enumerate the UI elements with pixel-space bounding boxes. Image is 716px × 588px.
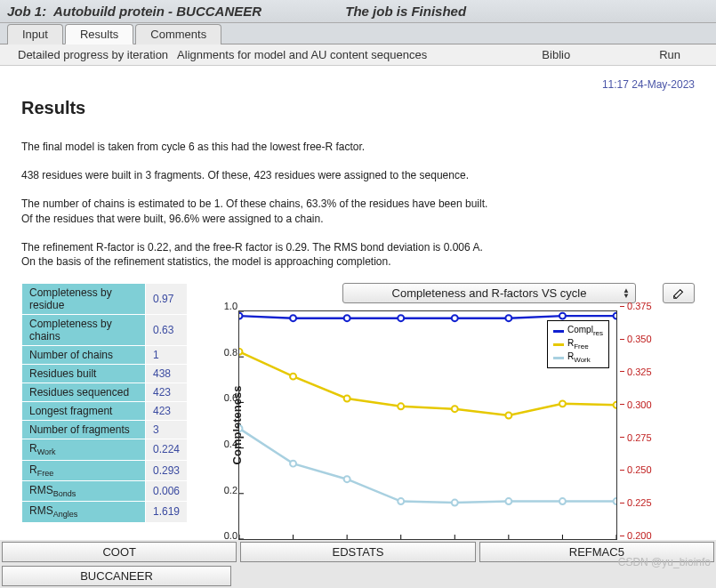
coot-button[interactable]: COOT xyxy=(2,542,237,562)
stat-label: Number of fragments xyxy=(22,421,146,439)
stat-label: RWork xyxy=(22,439,146,460)
title-bar: Job 1: Autobuild protein - BUCCANEER The… xyxy=(0,0,716,23)
table-row: Longest fragment423 xyxy=(22,402,188,421)
tab-input[interactable]: Input xyxy=(7,24,63,44)
svg-point-18 xyxy=(452,315,458,321)
svg-point-14 xyxy=(239,313,242,319)
tab-bar: Input Results Comments xyxy=(0,23,716,44)
svg-point-33 xyxy=(398,498,404,504)
bottom-button-bar: COOT EDSTATS REFMAC5 BUCCANEER xyxy=(0,540,716,588)
stat-label: Completeness by chains xyxy=(22,315,146,346)
stat-value: 0.63 xyxy=(146,315,188,346)
svg-point-34 xyxy=(452,500,458,506)
dropdown-arrows-icon: ▲▼ xyxy=(623,288,630,299)
svg-point-23 xyxy=(290,374,296,380)
buccaneer-button[interactable]: BUCCANEER xyxy=(2,566,231,586)
svg-point-21 xyxy=(614,313,616,319)
y-axis-ticks: 0.00.20.40.60.81.0 xyxy=(214,306,237,536)
content-panel: 11:17 24-May-2023 Results The final mode… xyxy=(0,66,716,557)
table-row: Residues sequenced423 xyxy=(22,383,188,402)
stat-label: Longest fragment xyxy=(22,402,146,421)
svg-point-19 xyxy=(505,315,511,321)
chart-area: Completeness and R-factors VS cycle ▲▼ C… xyxy=(198,283,695,540)
stat-label: RMSBonds xyxy=(22,480,146,501)
stat-value: 438 xyxy=(146,365,188,383)
tab-results[interactable]: Results xyxy=(65,24,133,44)
svg-point-30 xyxy=(239,425,242,431)
svg-point-17 xyxy=(398,315,404,321)
timestamp: 11:17 24-May-2023 xyxy=(21,78,695,91)
job-name: Autobuild protein - BUCCANEER xyxy=(53,4,261,19)
edit-chart-button[interactable] xyxy=(663,283,695,303)
svg-point-27 xyxy=(505,413,511,419)
stats-table: Completeness by residue0.97Completeness … xyxy=(21,283,188,523)
stat-value: 0.97 xyxy=(146,284,188,315)
edstats-button[interactable]: EDSTATS xyxy=(240,542,475,562)
stat-value: 0.293 xyxy=(146,460,188,480)
svg-point-31 xyxy=(290,461,296,467)
chart-selector-label: Completeness and R-factors VS cycle xyxy=(392,286,587,300)
chart-plot: Completeness Cycle 0.00.20.40.60.81.0 0.… xyxy=(238,310,617,540)
table-row: RMSAngles1.619 xyxy=(22,502,188,522)
tab-comments[interactable]: Comments xyxy=(135,24,221,44)
stat-label: Residues sequenced xyxy=(22,383,146,402)
paragraph: The refinement R-factor is 0.22, and the… xyxy=(21,240,695,269)
chart-selector-dropdown[interactable]: Completeness and R-factors VS cycle ▲▼ xyxy=(342,283,636,303)
stat-label: RMSAngles xyxy=(22,502,146,522)
submenu-alignments[interactable]: Alignments for model and AU content sequ… xyxy=(177,48,427,61)
svg-point-35 xyxy=(505,498,511,504)
submenu-bar: Detailed progress by iteration Alignment… xyxy=(0,44,716,66)
submenu-run[interactable]: Run xyxy=(659,48,680,61)
job-status: The job is Finished xyxy=(345,4,466,19)
svg-point-24 xyxy=(344,396,350,402)
table-row: Completeness by residue0.97 xyxy=(22,284,188,315)
table-row: RFree0.293 xyxy=(22,460,188,480)
legend-item: RWork xyxy=(553,351,603,364)
legend-item: RFree xyxy=(553,338,603,350)
stat-value: 1 xyxy=(146,346,188,365)
stat-value: 423 xyxy=(146,402,188,421)
stat-label: RFree xyxy=(22,460,146,480)
svg-point-28 xyxy=(559,401,566,407)
stat-label: Residues built xyxy=(22,365,146,383)
svg-point-32 xyxy=(344,476,350,482)
page-title: Results xyxy=(21,98,695,118)
stat-value: 0.224 xyxy=(146,439,188,460)
stat-value: 423 xyxy=(146,383,188,402)
svg-point-26 xyxy=(452,406,458,412)
paragraph: 438 residues were built in 3 fragments. … xyxy=(21,168,695,182)
watermark: CSDN @yu_bioinfo xyxy=(618,556,711,568)
table-row: Number of fragments3 xyxy=(22,421,188,439)
table-row: Residues built438 xyxy=(22,365,188,383)
table-row: RWork0.224 xyxy=(22,439,188,460)
submenu-detailed-progress[interactable]: Detailed progress by iteration xyxy=(18,48,168,61)
pencil-icon xyxy=(672,287,685,300)
stat-label: Completeness by residue xyxy=(22,284,146,315)
y2-axis-ticks: 0.2000.2250.2500.2750.3000.3250.3500.375 xyxy=(620,306,654,536)
table-row: Number of chains1 xyxy=(22,346,188,365)
svg-point-25 xyxy=(398,403,404,409)
stat-value: 0.006 xyxy=(146,480,188,501)
svg-point-36 xyxy=(559,498,566,504)
svg-point-20 xyxy=(559,313,566,319)
stat-value: 1.619 xyxy=(146,502,188,522)
svg-point-29 xyxy=(614,402,616,408)
submenu-biblio[interactable]: Biblio xyxy=(542,48,570,61)
chart-legend: ComplresRFreeRWork xyxy=(547,320,609,368)
paragraph: The number of chains is estimated to be … xyxy=(21,197,695,225)
svg-point-15 xyxy=(290,315,296,321)
legend-item: Complres xyxy=(553,325,603,337)
svg-point-22 xyxy=(239,349,242,355)
job-prefix: Job 1: xyxy=(7,4,46,19)
paragraph: The final model is taken from cycle 6 as… xyxy=(21,140,695,154)
svg-point-37 xyxy=(614,498,616,504)
stat-value: 3 xyxy=(146,421,188,439)
table-row: RMSBonds0.006 xyxy=(22,480,188,501)
svg-point-16 xyxy=(344,315,350,321)
table-row: Completeness by chains0.63 xyxy=(22,315,188,346)
stat-label: Number of chains xyxy=(22,346,146,365)
